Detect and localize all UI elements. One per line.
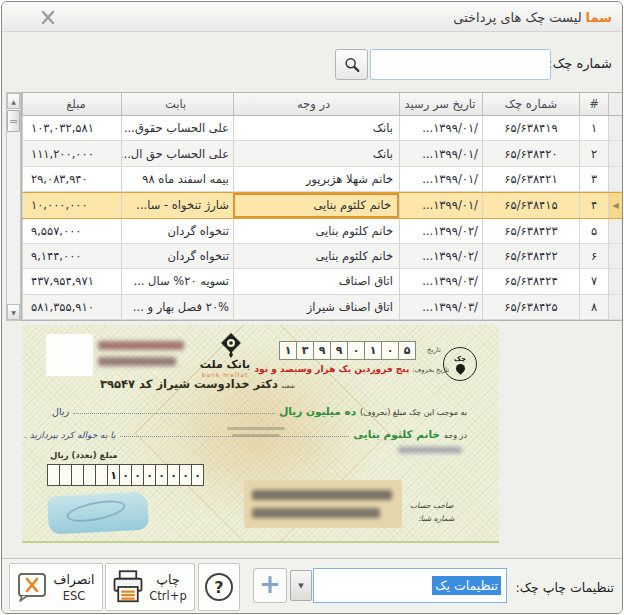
row-indicator[interactable] — [608, 219, 622, 243]
cell-due-date[interactable]: ...۱۳۹۹/۰۳/ — [399, 269, 482, 293]
printer-icon — [110, 569, 146, 605]
cell-due-date[interactable]: ...۱۳۹۹/۰۲/ — [399, 219, 482, 243]
header-amount[interactable]: مبلغ — [22, 93, 121, 115]
selected-row-marker-icon[interactable]: ◀ — [608, 193, 622, 217]
table-row[interactable]: ۶ ۶۵/۶۳۸۴۲۲ ...۱۳۹۹/۰۲/ خانم کلثوم بنایی… — [22, 244, 622, 269]
cell-amount[interactable]: ۹,۵۵۷,۰۰۰ — [22, 219, 121, 243]
cell-purpose[interactable]: تنخواه گردان — [121, 244, 233, 268]
header-indicator — [608, 93, 622, 115]
cell-due-date[interactable]: ...۱۳۹۹/۰۱/ — [399, 193, 482, 217]
header-purpose[interactable]: بابت — [121, 93, 233, 115]
cell-due-date[interactable]: ...۱۳۹۹/۰۲/ — [399, 244, 482, 268]
cell-due-date[interactable]: ...۱۳۹۹/۰۱/ — [399, 116, 482, 140]
print-shortcut: Ctrl+p — [149, 589, 186, 603]
cell-due-date[interactable]: ...۱۳۹۹/۰۱/ — [399, 141, 482, 165]
scroll-down-button[interactable]: ▼ — [7, 304, 20, 320]
cell-check-number[interactable]: ۶۵/۶۳۸۴۲۱ — [482, 167, 579, 191]
table-row[interactable]: ۵ ۶۵/۶۳۸۴۲۳ ...۱۳۹۹/۰۲/ خانم کلثوم بنایی… — [22, 219, 622, 244]
cell-amount[interactable]: ۱۱۱,۲۰۰,۰۰۰ — [22, 141, 121, 165]
cell-check-number[interactable]: ۶۵/۶۳۸۴۲۵ — [482, 295, 579, 319]
blurred-account-info — [244, 480, 402, 528]
print-button[interactable]: چاپ Ctrl+p — [105, 563, 195, 611]
vertical-scrollbar[interactable]: ▲ ▼ — [6, 92, 21, 321]
date-label: تاریخ — [427, 346, 441, 354]
cell-payee[interactable]: خانم شهلا هژبرپور — [233, 167, 399, 191]
header-check-number[interactable]: شماره چک — [482, 93, 579, 115]
row-number: ۱ — [579, 116, 608, 140]
header-due-date[interactable]: تاریخ سر رسید — [399, 93, 482, 115]
row-indicator[interactable] — [608, 167, 622, 191]
row-indicator[interactable] — [608, 141, 622, 165]
cell-check-number[interactable]: ۶۵/۶۳۸۴۲۰ — [482, 141, 579, 165]
cell-purpose[interactable]: بیمه اسفند ماه ۹۸ — [121, 167, 233, 191]
cell-payee[interactable]: خانم کلثوم بنایی — [233, 219, 399, 243]
row-indicator[interactable] — [608, 295, 622, 319]
search-icon — [343, 56, 361, 74]
check-number-input[interactable] — [370, 49, 551, 80]
table-row[interactable]: ۷ ۶۵/۶۳۸۴۲۴ ...۱۳۹۹/۰۳/ اتاق اصناف تسویه… — [22, 269, 622, 294]
cell-amount[interactable]: ۱۰۳,۰۳۲,۵۸۱ — [22, 116, 121, 140]
search-button[interactable] — [335, 49, 368, 80]
table-row[interactable]: ۲ ۶۵/۶۳۸۴۲۰ ...۱۳۹۹/۰۱/ بانک علی الحساب … — [22, 141, 622, 166]
cell-due-date[interactable]: ...۱۳۹۹/۰۱/ — [399, 167, 482, 191]
cell-check-number[interactable]: ۶۵/۶۳۸۴۱۹ — [482, 116, 579, 140]
amount-in-digits-label: مبلغ (بعدد) ریال — [50, 450, 118, 460]
cancel-shortcut: ESC — [63, 589, 86, 603]
row-indicator[interactable] — [608, 244, 622, 268]
plus-icon: + — [259, 569, 281, 599]
cell-amount[interactable]: ۱۰,۰۰۰,۰۰۰ — [22, 193, 121, 217]
cell-check-number[interactable]: ۶۵/۶۳۸۴۲۲ — [482, 244, 579, 268]
print-settings-combobox[interactable]: تنظیمات یک — [313, 568, 507, 603]
print-label: چاپ — [156, 572, 179, 587]
cell-payee[interactable]: اتاق اصناف شیراز — [233, 295, 399, 319]
table-row[interactable]: ۸ ۶۵/۶۳۸۴۲۵ ...۱۳۹۹/۰۳/ اتاق اصناف شیراز… — [22, 295, 622, 320]
row-number: ۸ — [579, 295, 608, 319]
cell-purpose[interactable]: تسویه ۲۰% سال ... — [121, 269, 233, 293]
row-number: ۶ — [579, 244, 608, 268]
cell-purpose[interactable]: تنخواه گردان — [121, 219, 233, 243]
blurred-account-note — [398, 447, 462, 453]
table-row[interactable]: ۳ ۶۵/۶۳۸۴۲۱ ...۱۳۹۹/۰۱/ خانم شهلا هژبرپو… — [22, 167, 622, 192]
cell-amount[interactable]: ۹,۱۴۴,۰۰۰ — [22, 244, 121, 268]
table-row-selected[interactable]: ◀ ۴ ۶۵/۶۳۸۴۱۵ ...۱۳۹۹/۰۱/ خانم کلثوم بنا… — [22, 192, 622, 218]
scroll-thumb[interactable] — [7, 110, 20, 132]
row-number: ۳ — [579, 167, 608, 191]
cell-amount[interactable]: ۲۹,۰۸۳,۹۴۰ — [22, 167, 121, 191]
cell-amount[interactable]: ۴۳۷,۹۵۴,۹۷۱ — [22, 269, 121, 293]
header-payee[interactable]: در وجه — [233, 93, 399, 115]
cell-purpose[interactable]: ۲۰% فصل بهار و ... — [121, 295, 233, 319]
close-icon[interactable] — [40, 10, 56, 25]
header-num[interactable]: # — [579, 93, 608, 115]
row-indicator[interactable] — [608, 269, 622, 293]
add-settings-button[interactable]: + — [253, 568, 287, 603]
footer-toolbar: انصراف ESC چاپ Ctrl+p ? + — [2, 558, 622, 614]
cell-payee-focused[interactable]: خانم کلثوم بنایی — [233, 193, 399, 217]
cell-payee[interactable]: بانک — [233, 141, 399, 165]
cell-payee[interactable]: خانم کلثوم بنایی — [233, 244, 399, 268]
cell-amount[interactable]: ۵۸۱,۳۵۵,۹۱۰ — [22, 295, 121, 319]
check-image-preview: بانک ملت bank mellat ۱۳۹۹۰۱۰۵ تاریخ چک ت… — [22, 325, 499, 543]
row-indicator[interactable] — [608, 116, 622, 140]
cell-purpose[interactable]: علی الحساب حق ال... — [121, 141, 233, 165]
payment-checks-window: سما لیست چک های پرداختی شماره چک: ▲ ▼ # … — [1, 1, 623, 614]
cancel-button[interactable]: انصراف ESC — [9, 563, 103, 611]
blurred-serial-line — [98, 357, 176, 366]
cell-due-date[interactable]: ...۱۳۹۹/۰۳/ — [399, 295, 482, 319]
cell-payee[interactable]: اتاق اصناف — [233, 269, 399, 293]
cell-payee[interactable]: بانک — [233, 116, 399, 140]
table-header: # شماره چک تاریخ سر رسید در وجه بابت مبل… — [22, 93, 622, 116]
cell-purpose[interactable]: شارژ تنخواه - سا... — [121, 193, 233, 217]
settings-dropdown-button[interactable]: ▼ — [290, 570, 312, 601]
selected-setting-value: تنظیمات یک — [432, 576, 501, 595]
help-button[interactable]: ? — [198, 563, 240, 611]
cancel-label: انصراف — [53, 572, 94, 587]
cell-check-number[interactable]: ۶۵/۶۳۸۴۲۴ — [482, 269, 579, 293]
help-icon: ? — [205, 573, 233, 601]
sheba-label: شماره شبا: — [418, 514, 462, 523]
cell-check-number[interactable]: ۶۵/۶۳۸۴۱۵ — [482, 193, 579, 217]
cell-check-number[interactable]: ۶۵/۶۳۸۴۲۳ — [482, 219, 579, 243]
scroll-up-button[interactable]: ▲ — [7, 93, 20, 109]
cell-purpose[interactable]: علی الحساب حقوق... — [121, 116, 233, 140]
row-number: ۴ — [579, 193, 608, 217]
table-row[interactable]: ۱ ۶۵/۶۳۸۴۱۹ ...۱۳۹۹/۰۱/ بانک علی الحساب … — [22, 116, 622, 141]
